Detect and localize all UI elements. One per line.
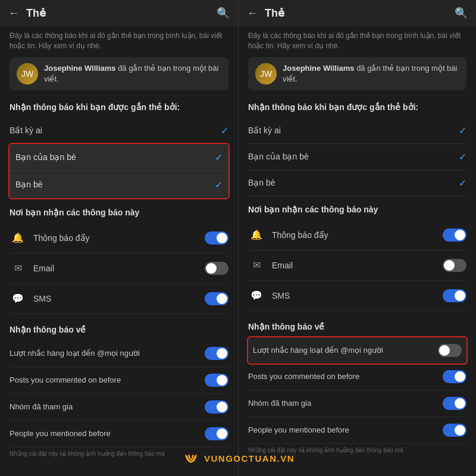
right-notif-commented[interactable]: Posts you commented on before: [248, 364, 466, 390]
left-sms-toggle[interactable]: [205, 292, 228, 305]
left-notif-groups-toggle[interactable]: [205, 400, 228, 414]
right-description: Đây là các thông báo khi ai đó gắn thẻ b…: [248, 26, 466, 57]
right-option-fof[interactable]: Bạn của bạn bè ✓: [248, 144, 466, 170]
left-notif-commented-label: Posts you commented on before: [10, 375, 205, 384]
right-option-friends-check: ✓: [459, 177, 466, 189]
right-notif-groups[interactable]: Nhóm đã tham gia: [248, 390, 466, 417]
left-dropdown-friends-check: ✓: [215, 179, 223, 190]
left-description: Đây là các thông báo khi ai đó gắn thẻ b…: [10, 26, 228, 57]
left-dropdown-fof-check: ✓: [215, 152, 223, 163]
left-user-preview: JW Josephine Williams đã gắn thẻ bạn tro…: [10, 57, 228, 90]
left-option-anyone-label: Bất kỳ ai: [10, 126, 42, 135]
right-section-about: Nhận thông báo về: [248, 318, 466, 337]
left-channel-push[interactable]: 🔔 Thông báo đẩy: [10, 223, 228, 253]
right-option-fof-check: ✓: [459, 151, 466, 162]
left-option-anyone-check: ✓: [221, 125, 228, 136]
left-sms-icon: 💬: [10, 290, 26, 307]
right-notif-commented-label: Posts you commented on before: [248, 372, 443, 381]
right-option-anyone-label: Bất kỳ ai: [248, 126, 281, 135]
left-dropdown-friends-of-friends[interactable]: Bạn của bạn bè ✓: [10, 144, 228, 171]
right-notif-bulk-label: Lượt nhắc hàng loạt đến @mọi người: [253, 346, 438, 355]
left-section-about: Nhận thông báo về: [10, 321, 228, 340]
left-notif-bulk-toggle[interactable]: [205, 347, 228, 360]
right-option-fof-label: Bạn của bạn bè: [248, 152, 309, 161]
right-search-icon[interactable]: 🔍: [455, 7, 468, 20]
right-email-toggle[interactable]: [443, 259, 466, 272]
right-avatar: JW: [255, 63, 277, 84]
left-notif-mentioned-toggle[interactable]: [205, 427, 228, 440]
right-user-name: Josephine Williams: [283, 64, 355, 73]
left-notif-mentioned-label: People you mentioned before: [10, 429, 205, 438]
left-search-icon[interactable]: 🔍: [217, 7, 230, 20]
left-section-where: Nơi bạn nhận các thông báo này: [10, 204, 228, 223]
right-user-text: Josephine Williams đã gắn thẻ bạn trong …: [283, 63, 459, 84]
left-option-anyone[interactable]: Bất kỳ ai ✓: [10, 118, 228, 144]
left-dropdown-friends[interactable]: Bạn bè ✓: [10, 171, 228, 198]
right-channel-sms[interactable]: 💬 SMS: [248, 281, 466, 311]
left-sms-label: SMS: [33, 294, 51, 303]
right-header: ← Thẻ 🔍: [239, 0, 476, 26]
left-email-icon: ✉: [10, 260, 26, 277]
left-section-notify-by: Nhận thông báo khi bạn được gắn thẻ bởi:: [10, 99, 228, 118]
left-email-toggle[interactable]: [205, 262, 228, 275]
right-channel-push[interactable]: 🔔 Thông báo đẩy: [248, 220, 466, 250]
right-push-label: Thông báo đẩy: [272, 230, 328, 240]
right-notif-bulk-toggle[interactable]: [438, 344, 462, 357]
right-page-title: Thẻ: [265, 7, 455, 20]
left-notif-mentioned[interactable]: People you mentioned before: [10, 421, 228, 447]
right-push-icon: 🔔: [248, 227, 265, 243]
left-notif-groups-label: Nhóm đã tham gia: [10, 402, 205, 411]
right-channel-email[interactable]: ✉ Email: [248, 250, 466, 281]
left-channel-email[interactable]: ✉ Email: [10, 253, 228, 284]
right-back-button[interactable]: ←: [247, 7, 258, 20]
right-push-toggle[interactable]: [443, 228, 466, 242]
right-email-label: Email: [272, 261, 293, 270]
left-bottom-note: Những cài đặt này sẽ không ảnh hưởng đến…: [10, 447, 228, 461]
left-dropdown-fof-label: Bạn của bạn bè: [15, 152, 76, 162]
right-sms-icon: 💬: [248, 287, 265, 304]
left-push-toggle[interactable]: [205, 231, 228, 245]
right-option-anyone[interactable]: Bất kỳ ai ✓: [248, 118, 466, 144]
left-dropdown-friends-label: Bạn bè: [15, 180, 43, 189]
right-sms-label: SMS: [272, 291, 290, 300]
right-bottom-note: Những cài đặt này sẽ không ảnh hưởng đến…: [248, 444, 466, 458]
left-user-text: Josephine Williams đã gắn thẻ bạn trong …: [44, 63, 221, 84]
left-user-name: Josephine Williams: [44, 64, 116, 73]
right-option-friends[interactable]: Bạn bè ✓: [248, 170, 466, 196]
left-notif-commented-toggle[interactable]: [205, 374, 228, 387]
left-content: Đây là các thông báo khi ai đó gắn thẻ b…: [0, 26, 238, 476]
left-dropdown-highlighted: Bạn của bạn bè ✓ Bạn bè ✓: [8, 143, 230, 199]
right-notif-groups-label: Nhóm đã tham gia: [248, 399, 443, 408]
right-notif-commented-toggle[interactable]: [443, 370, 466, 383]
right-notif-bulk-highlight: Lượt nhắc hàng loạt đến @mọi người: [247, 336, 468, 365]
right-notif-mentioned-toggle[interactable]: [443, 424, 466, 437]
right-content: Đây là các thông báo khi ai đó gắn thẻ b…: [239, 26, 476, 476]
left-header: ← Thẻ 🔍: [0, 0, 238, 26]
right-notif-mentioned[interactable]: People you mentioned before: [248, 417, 466, 444]
right-section-notify-by: Nhận thông báo khi bạn được gắn thẻ bởi:: [248, 99, 466, 118]
left-back-button[interactable]: ←: [8, 7, 19, 20]
left-channel-sms[interactable]: 💬 SMS: [10, 284, 228, 314]
right-option-friends-label: Bạn bè: [248, 178, 275, 187]
left-push-label: Thông báo đẩy: [33, 233, 90, 243]
right-notif-mentioned-label: People you mentioned before: [248, 425, 443, 434]
left-notif-commented[interactable]: Posts you commented on before: [10, 367, 228, 394]
right-panel: ← Thẻ 🔍 Đây là các thông báo khi ai đó g…: [238, 0, 476, 476]
left-notif-bulk-label: Lượt nhắc hàng loạt đến @mọi người: [10, 349, 205, 358]
right-section-where: Nơi bạn nhận các thông báo này: [248, 201, 466, 220]
left-page-title: Thẻ: [26, 7, 217, 20]
left-notif-bulk-mention[interactable]: Lượt nhắc hàng loạt đến @mọi người: [10, 340, 228, 367]
right-email-icon: ✉: [248, 257, 265, 274]
left-avatar: JW: [17, 63, 38, 84]
right-option-anyone-check: ✓: [459, 125, 466, 136]
right-notif-groups-toggle[interactable]: [443, 397, 466, 410]
right-notif-bulk-mention[interactable]: Lượt nhắc hàng loạt đến @mọi người: [253, 342, 462, 359]
left-push-icon: 🔔: [10, 230, 26, 246]
left-panel: ← Thẻ 🔍 Đây là các thông báo khi ai đó g…: [0, 0, 238, 476]
left-email-label: Email: [33, 264, 54, 273]
right-sms-toggle[interactable]: [443, 289, 466, 302]
left-notif-groups[interactable]: Nhóm đã tham gia: [10, 394, 228, 421]
right-user-preview: JW Josephine Williams đã gắn thẻ bạn tro…: [248, 57, 466, 90]
